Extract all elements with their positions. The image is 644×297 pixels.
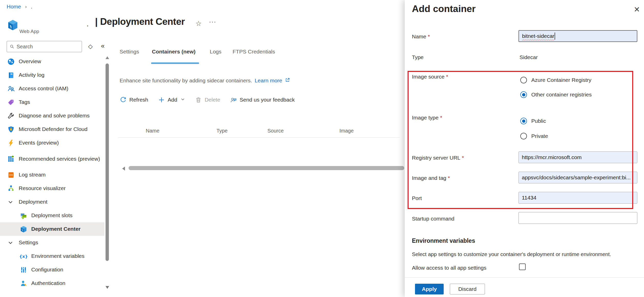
- activity-log-icon: [7, 71, 15, 79]
- column-header-image: Image: [339, 128, 354, 134]
- resource-tree-icon: [7, 185, 15, 192]
- configuration-sliders-icon: [20, 266, 27, 274]
- app-type-label: Web App: [19, 29, 39, 34]
- discard-button[interactable]: Discard: [450, 284, 485, 294]
- sidebar-item-diagnose[interactable]: Diagnose and solve problems: [0, 109, 105, 123]
- sidebar-item-resource-visualizer[interactable]: Resource visualizer: [0, 182, 105, 195]
- favorite-star-icon[interactable]: ☆: [195, 19, 202, 28]
- sidebar-item-events[interactable]: Events (preview): [0, 136, 105, 150]
- feedback-button[interactable]: Send us your feedback: [230, 96, 295, 103]
- required-asterisk: *: [428, 34, 430, 39]
- sidebar-collapse-icon[interactable]: «: [101, 42, 105, 50]
- registry-url-label: Registry server URL*: [412, 155, 464, 161]
- radio-on-icon: [520, 91, 527, 98]
- external-link-icon: [285, 77, 290, 84]
- image-type-label: Image type*: [412, 115, 442, 121]
- sidebar-item-overview[interactable]: Overview: [0, 55, 105, 68]
- radio-other-container-registries[interactable]: Other container registries: [520, 91, 592, 98]
- wrench-icon: [7, 112, 15, 120]
- required-asterisk: *: [448, 175, 450, 181]
- sidebar-item-activity-log[interactable]: Activity log: [0, 68, 105, 82]
- environment-variables-icon: {x}: [20, 252, 27, 260]
- trash-icon: [195, 96, 202, 103]
- panel-footer-divider: [405, 277, 644, 278]
- delete-button[interactable]: Delete: [195, 96, 220, 103]
- startup-command-input[interactable]: [518, 212, 637, 224]
- image-source-label: Image source*: [412, 74, 448, 80]
- containers-toolbar: Refresh Add Delete Send us your feedback: [120, 94, 304, 106]
- radio-private[interactable]: Private: [520, 133, 548, 139]
- breadcrumb-separator-icon: ›: [25, 4, 27, 9]
- learn-more-link[interactable]: Learn more: [255, 78, 282, 84]
- registry-url-input[interactable]: https://mcr.microsoft.com: [518, 151, 637, 163]
- tag-icon: [7, 98, 15, 106]
- sidebar-item-deployment-center[interactable]: Deployment Center: [0, 222, 105, 236]
- required-asterisk: *: [462, 155, 464, 161]
- name-input[interactable]: bitnet-sidecar: [518, 30, 637, 42]
- lightning-icon: [7, 139, 15, 147]
- sidebar-item-deployment-slots[interactable]: Deployment slots: [0, 209, 105, 222]
- sidebar-item-tags[interactable]: Tags: [0, 95, 105, 109]
- sidebar-item-defender[interactable]: Microsoft Defender for Cloud: [0, 123, 105, 136]
- sidebar-group-deployment[interactable]: Deployment: [0, 195, 105, 209]
- sidebar-item-configuration[interactable]: Configuration: [0, 263, 105, 277]
- svg-text:{x}: {x}: [20, 254, 27, 259]
- radio-azure-container-registry[interactable]: Azure Container Registry: [520, 77, 591, 83]
- panel-title: Add container: [412, 4, 476, 14]
- image-tag-input[interactable]: appsvc/docs/sidecars/sample-experiment:b…: [518, 172, 637, 183]
- search-input[interactable]: [17, 44, 79, 50]
- add-button[interactable]: Add: [158, 96, 185, 103]
- sidebar-item-environment-variables[interactable]: {x} Environment variables: [0, 249, 105, 263]
- radio-off-icon: [520, 77, 527, 83]
- sidebar-scrollbar-thumb[interactable]: [106, 63, 109, 261]
- radio-on-icon: [520, 118, 527, 124]
- allow-all-app-settings-label: Allow access to all app settings: [412, 265, 486, 271]
- tab-ftps-credentials[interactable]: FTPS Credentials: [233, 49, 275, 55]
- tab-containers-new[interactable]: Containers (new): [152, 49, 195, 55]
- column-header-type: Type: [216, 128, 227, 134]
- add-dropdown-chevron-icon[interactable]: [177, 97, 185, 103]
- breadcrumb-current: .: [31, 4, 32, 10]
- feedback-person-icon: [230, 96, 237, 103]
- breadcrumb-home-link[interactable]: Home: [7, 4, 21, 10]
- sidebar-item-recommended-services[interactable]: Recommended services (preview): [0, 150, 105, 168]
- tab-settings[interactable]: Settings: [120, 49, 139, 55]
- search-icon: [9, 44, 15, 49]
- type-value: Sidecar: [520, 54, 538, 60]
- table-header-divider: [118, 137, 400, 138]
- column-header-name: Name: [146, 128, 159, 134]
- refresh-button[interactable]: Refresh: [120, 96, 148, 103]
- sidebar-search[interactable]: [7, 41, 82, 52]
- port-label: Port: [412, 195, 422, 201]
- hscrollbar-left-arrow[interactable]: [122, 167, 125, 171]
- allow-all-app-settings-checkbox[interactable]: [519, 263, 526, 270]
- access-control-people-icon: [7, 85, 15, 93]
- sidebar-item-authentication[interactable]: Authentication: [0, 277, 105, 290]
- sidebar-item-log-stream[interactable]: Log stream: [0, 168, 105, 182]
- containers-description: Enhance site functionality by adding sid…: [120, 77, 290, 84]
- page-title-prefix: .: [87, 19, 89, 28]
- page-title: | Deployment Center: [95, 16, 185, 27]
- overview-globe-icon: [7, 58, 15, 65]
- add-container-panel: Add container ✕ Name* bitnet-sidecar Typ…: [405, 0, 644, 297]
- chevron-down-icon: [7, 239, 14, 246]
- sidebar-group-settings[interactable]: Settings: [0, 236, 105, 249]
- chevron-down-icon: [7, 199, 14, 205]
- description-text: Enhance site functionality by adding sid…: [120, 78, 252, 84]
- hscrollbar-thumb[interactable]: [129, 166, 404, 170]
- pin-toggle-icon[interactable]: ◇: [88, 43, 93, 50]
- tab-logs[interactable]: Logs: [210, 49, 222, 55]
- close-icon[interactable]: ✕: [634, 5, 640, 14]
- defender-shield-icon: [7, 126, 15, 133]
- sidebar-item-access-control[interactable]: Access control (IAM): [0, 82, 105, 95]
- sidebar-scrollbar-down-arrow[interactable]: [106, 286, 109, 289]
- environment-variables-heading: Environment variables: [412, 237, 475, 244]
- grid-services-icon: [7, 155, 15, 163]
- port-input[interactable]: 11434: [518, 192, 637, 204]
- more-options-icon[interactable]: ...: [209, 16, 216, 24]
- radio-public[interactable]: Public: [520, 118, 546, 124]
- sidebar-nav: Overview Activity log Access control (IA…: [0, 55, 105, 290]
- sidebar-scrollbar-up-arrow[interactable]: [106, 56, 109, 59]
- web-app-cube-icon: [7, 19, 19, 31]
- apply-button[interactable]: Apply: [415, 284, 444, 294]
